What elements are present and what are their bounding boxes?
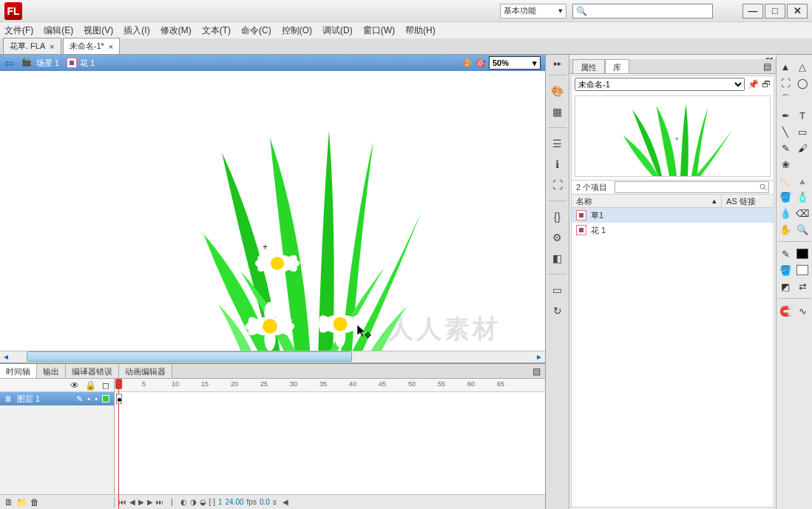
scene-crumb[interactable]: 🎬场景 1 [21,57,59,69]
text-tool[interactable]: T [795,108,810,123]
deco-tool[interactable]: ❀ [778,157,793,172]
stroke-color[interactable]: ✎ [778,246,793,261]
pin-icon[interactable]: 📌 [748,79,759,90]
components-icon[interactable]: ⚙ [549,229,566,246]
menu-view[interactable]: 视图(V) [84,24,113,37]
prev-frame-button[interactable]: ◀ [129,498,135,506]
search-input-top[interactable]: 🔍 [572,4,713,18]
menu-debug[interactable]: 调试(D) [322,24,353,37]
lock-icon[interactable]: 🔒 [85,380,96,391]
selection-tool[interactable]: ▲ [778,59,793,74]
fill-swatch[interactable] [796,265,808,275]
close-button[interactable]: ✕ [787,4,808,18]
menu-window[interactable]: 窗口(W) [363,24,395,37]
presets-icon[interactable]: ◧ [549,250,566,266]
library-item[interactable]: 花 1 [572,223,774,237]
bind-tool[interactable]: ⟁ [795,173,810,188]
info-icon[interactable]: ℹ [549,156,566,172]
stage[interactable]: + ✥ [0,71,545,351]
zoom-tool[interactable]: 🔍 [795,222,810,237]
swap-colors[interactable]: ⇄ [795,279,810,294]
maximize-button[interactable]: □ [765,4,785,18]
bone-tool[interactable]: 🦴 [778,173,793,188]
new-folder-button[interactable]: 📁 [16,497,27,508]
play-button[interactable]: ▶ [138,498,144,506]
edit-multiple-button[interactable]: ◒ [200,498,206,506]
pencil-tool[interactable]: ✎ [778,141,793,155]
menu-text[interactable]: 文本(T) [202,24,231,37]
color-icon[interactable]: 🎨 [549,83,566,99]
zoom-dropdown[interactable]: 50%▾ [489,56,541,70]
menu-edit[interactable]: 编辑(E) [44,24,73,37]
hand-tool[interactable]: ✋ [778,222,793,237]
line-tool[interactable]: ╲ [778,124,793,139]
doc-tab[interactable]: 花草. FLA× [3,38,61,54]
h-scrollbar[interactable]: ◂ ▸ [0,351,545,363]
smooth-tool[interactable]: ∿ [795,303,810,318]
stroke-swatch[interactable] [796,249,808,259]
edit-scene-icon[interactable]: 🎨 [462,58,473,68]
free-transform-tool[interactable]: ⛶ [778,75,793,90]
history-icon[interactable]: ↻ [549,303,566,319]
panel-menu-icon[interactable]: ▤ [759,59,776,73]
doc-tab-active[interactable]: 未命名-1*× [63,38,121,54]
col-linkage[interactable]: AS 链接 [722,195,774,207]
expand-icon[interactable]: ▸▸ [554,59,561,67]
menu-commands[interactable]: 命令(C) [241,24,271,37]
lasso-tool[interactable]: ⌒ [778,92,793,107]
layer-color[interactable] [102,395,109,402]
panel-tab-library[interactable]: 库 [605,59,629,73]
ink-bottle-tool[interactable]: 🧴 [795,189,810,204]
pen-tool[interactable]: ✒ [778,108,793,123]
menu-modify[interactable]: 修改(M) [160,24,192,37]
minimize-button[interactable]: — [742,4,763,18]
delete-layer-button[interactable]: 🗑 [30,497,39,508]
edit-symbol-icon[interactable]: 🎯 [476,58,486,68]
swatches-icon[interactable]: ▦ [549,104,566,120]
layer-row[interactable]: 🗎 图层 1 ✎ •• [0,392,114,405]
subselection-tool[interactable]: △ [795,59,810,74]
library-doc-select[interactable]: 未命名-1 [575,78,745,91]
snap-tool[interactable]: 🧲 [778,303,793,318]
library-item[interactable]: 草1 [572,208,774,223]
library-search[interactable] [615,181,769,193]
tab-timeline[interactable]: 时间轴 [0,364,37,378]
marker-button[interactable]: [·] [209,498,215,506]
project-icon[interactable]: ▭ [549,282,566,298]
menu-control[interactable]: 控制(O) [282,24,312,37]
transform-icon[interactable]: ⛶ [549,177,566,193]
eyedropper-tool[interactable]: 💧 [778,206,793,220]
tab-errors[interactable]: 编译器错误 [66,364,119,378]
back-button[interactable]: ⇦ [4,56,14,70]
close-icon[interactable]: × [109,42,113,51]
panel-tab-properties[interactable]: 属性 [572,59,605,73]
new-doc-icon[interactable]: 🗗 [762,79,771,90]
panel-menu-icon[interactable]: ▤ [528,364,545,378]
rectangle-tool[interactable]: ▭ [795,124,810,139]
menu-file[interactable]: 文件(F) [4,24,33,37]
frame-ruler[interactable]: 1 5 10 15 20 25 30 35 40 45 50 55 60 65 [115,379,545,391]
fill-color[interactable]: 🪣 [778,263,793,277]
first-frame-button[interactable]: ⏮ [119,498,126,506]
align-icon[interactable]: ☰ [549,135,566,152]
menu-insert[interactable]: 插入(I) [124,24,149,37]
eye-icon[interactable]: 👁 [70,380,79,391]
tab-output[interactable]: 输出 [37,364,66,378]
next-frame-button[interactable]: ▶ [147,498,153,506]
tab-motion[interactable]: 动画编辑器 [119,364,172,378]
workspace-dropdown[interactable]: 基本功能▾ [500,4,566,18]
3d-rotation-tool[interactable]: ◯ [795,75,810,90]
code-icon[interactable]: {} [549,209,566,225]
outline-icon[interactable]: ◻ [102,380,109,391]
brush-tool[interactable]: 🖌 [795,141,810,155]
eraser-tool[interactable]: ⌫ [795,206,810,220]
last-frame-button[interactable]: ⏭ [156,498,163,506]
new-layer-button[interactable]: 🗎 [4,497,13,508]
onion-outline-button[interactable]: ◑ [190,498,197,506]
onion-skin-button[interactable]: ◐ [180,498,187,506]
paint-bucket-tool[interactable]: 🪣 [778,189,793,204]
col-name[interactable]: 名称▴ [572,195,722,207]
default-colors[interactable]: ◩ [778,279,793,294]
symbol-crumb[interactable]: 花 1 [67,58,95,69]
menu-help[interactable]: 帮助(H) [405,24,436,37]
